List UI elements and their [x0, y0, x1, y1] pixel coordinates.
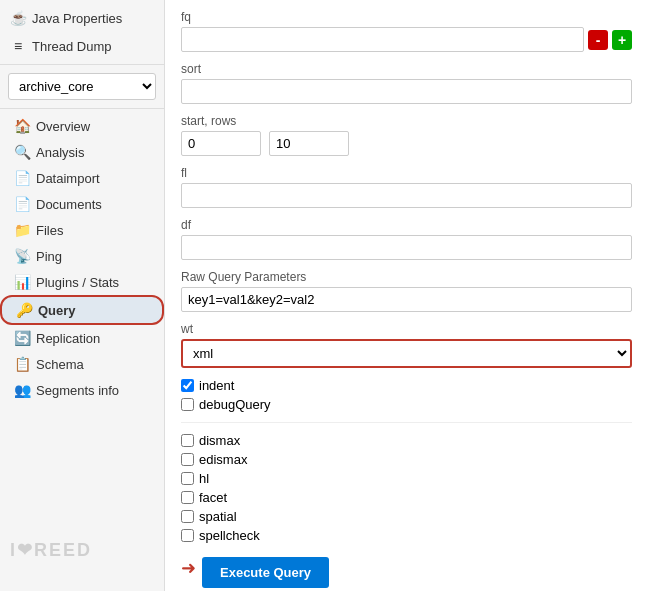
sort-group: sort	[181, 62, 632, 104]
nav-item-ping[interactable]: 📡 Ping	[0, 243, 164, 269]
fq-plus-button[interactable]: +	[612, 30, 632, 50]
sidebar: ☕ Java Properties ≡ Thread Dump archive_…	[0, 0, 165, 591]
execute-row: ➜ Execute Query	[181, 547, 632, 588]
fl-label: fl	[181, 166, 632, 180]
nav-item-files[interactable]: 📁 Files	[0, 217, 164, 243]
query-icon: 🔑	[16, 302, 32, 318]
java-properties-icon: ☕	[10, 10, 26, 26]
start-input[interactable]	[181, 131, 261, 156]
java-properties-item[interactable]: ☕ Java Properties	[0, 4, 164, 32]
wt-label: wt	[181, 322, 632, 336]
start-rows-group: start, rows	[181, 114, 632, 156]
thread-dump-icon: ≡	[10, 38, 26, 54]
fl-input[interactable]	[181, 183, 632, 208]
ping-icon: 📡	[14, 248, 30, 264]
analysis-label: Analysis	[36, 145, 84, 160]
edismax-label: edismax	[199, 452, 247, 467]
wt-row: xml json csv javabin python ruby php php…	[181, 339, 632, 368]
start-rows-label: start, rows	[181, 114, 632, 128]
indent-checkbox[interactable]	[181, 379, 194, 392]
fq-input[interactable]	[181, 27, 584, 52]
documents-icon: 📄	[14, 196, 30, 212]
fq-group: fq - +	[181, 10, 632, 52]
thread-dump-item[interactable]: ≡ Thread Dump	[0, 32, 164, 60]
dismax-label: dismax	[199, 433, 240, 448]
wt-select[interactable]: xml json csv javabin python ruby php php…	[181, 339, 632, 368]
plugins-icon: 📊	[14, 274, 30, 290]
hl-label: hl	[199, 471, 209, 486]
indent-label: indent	[199, 378, 234, 393]
nav-item-segments[interactable]: 👥 Segments info	[0, 377, 164, 403]
dataimport-icon: 📄	[14, 170, 30, 186]
raw-query-input[interactable]	[181, 287, 632, 312]
schema-icon: 📋	[14, 356, 30, 372]
thread-dump-label: Thread Dump	[32, 39, 111, 54]
hl-checkbox[interactable]	[181, 472, 194, 485]
query-label: Query	[38, 303, 76, 318]
edismax-row: edismax	[181, 452, 632, 467]
sort-input[interactable]	[181, 79, 632, 104]
facet-row: facet	[181, 490, 632, 505]
debugquery-row: debugQuery	[181, 397, 632, 412]
fq-row: - +	[181, 27, 632, 52]
nav-item-dataimport[interactable]: 📄 Dataimport	[0, 165, 164, 191]
facet-checkbox[interactable]	[181, 491, 194, 504]
spatial-checkbox[interactable]	[181, 510, 194, 523]
nav-item-schema[interactable]: 📋 Schema	[0, 351, 164, 377]
sidebar-nav: 🏠 Overview 🔍 Analysis 📄 Dataimport 📄 Doc…	[0, 109, 164, 407]
wt-group: wt xml json csv javabin python ruby php …	[181, 322, 632, 368]
raw-query-label: Raw Query Parameters	[181, 270, 632, 284]
analysis-icon: 🔍	[14, 144, 30, 160]
dataimport-label: Dataimport	[36, 171, 100, 186]
overview-icon: 🏠	[14, 118, 30, 134]
spatial-label: spatial	[199, 509, 237, 524]
nav-item-documents[interactable]: 📄 Documents	[0, 191, 164, 217]
replication-icon: 🔄	[14, 330, 30, 346]
edismax-checkbox[interactable]	[181, 453, 194, 466]
spellcheck-checkbox[interactable]	[181, 529, 194, 542]
raw-query-group: Raw Query Parameters	[181, 270, 632, 312]
files-label: Files	[36, 223, 63, 238]
debugquery-label: debugQuery	[199, 397, 271, 412]
ping-label: Ping	[36, 249, 62, 264]
nav-item-replication[interactable]: 🔄 Replication	[0, 325, 164, 351]
df-label: df	[181, 218, 632, 232]
nav-item-query[interactable]: 🔑 Query	[0, 295, 164, 325]
nav-item-overview[interactable]: 🏠 Overview	[0, 113, 164, 139]
dismax-checkbox[interactable]	[181, 434, 194, 447]
sidebar-top-section: ☕ Java Properties ≡ Thread Dump	[0, 0, 164, 65]
documents-label: Documents	[36, 197, 102, 212]
spatial-row: spatial	[181, 509, 632, 524]
hl-row: hl	[181, 471, 632, 486]
java-properties-label: Java Properties	[32, 11, 122, 26]
fq-minus-button[interactable]: -	[588, 30, 608, 50]
start-rows-row	[181, 131, 632, 156]
dismax-row: dismax	[181, 433, 632, 448]
schema-label: Schema	[36, 357, 84, 372]
execute-arrow-icon: ➜	[181, 557, 196, 579]
spellcheck-row: spellcheck	[181, 528, 632, 543]
replication-label: Replication	[36, 331, 100, 346]
debugquery-checkbox[interactable]	[181, 398, 194, 411]
segments-icon: 👥	[14, 382, 30, 398]
segments-label: Segments info	[36, 383, 119, 398]
df-input[interactable]	[181, 235, 632, 260]
facet-label: facet	[199, 490, 227, 505]
df-group: df	[181, 218, 632, 260]
spellcheck-label: spellcheck	[199, 528, 260, 543]
plugins-label: Plugins / Stats	[36, 275, 119, 290]
files-icon: 📁	[14, 222, 30, 238]
section-divider	[181, 422, 632, 423]
indent-row: indent	[181, 378, 632, 393]
sort-label: sort	[181, 62, 632, 76]
core-selector[interactable]: archive_core	[8, 73, 156, 100]
rows-input[interactable]	[269, 131, 349, 156]
execute-query-button[interactable]: Execute Query	[202, 557, 329, 588]
core-selector-row: archive_core	[0, 65, 164, 109]
main-content: fq - + sort start, rows fl df Raw Query …	[165, 0, 648, 591]
fq-label: fq	[181, 10, 632, 24]
nav-item-plugins[interactable]: 📊 Plugins / Stats	[0, 269, 164, 295]
fl-group: fl	[181, 166, 632, 208]
nav-item-analysis[interactable]: 🔍 Analysis	[0, 139, 164, 165]
overview-label: Overview	[36, 119, 90, 134]
